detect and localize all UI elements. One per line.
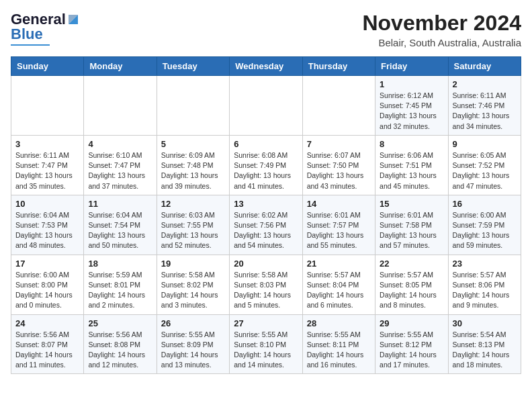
day-info: Sunrise: 6:04 AM Sunset: 7:53 PM Dayligh… bbox=[15, 210, 79, 251]
day-info: Sunrise: 5:55 AM Sunset: 8:12 PM Dayligh… bbox=[380, 330, 443, 371]
calendar-empty-cell bbox=[302, 76, 375, 136]
day-number: 12 bbox=[161, 199, 225, 209]
calendar-day-14: 14Sunrise: 6:01 AM Sunset: 7:57 PM Dayli… bbox=[302, 195, 375, 255]
day-number: 23 bbox=[453, 259, 517, 269]
calendar-table: SundayMondayTuesdayWednesdayThursdayFrid… bbox=[11, 56, 521, 374]
day-number: 29 bbox=[380, 318, 443, 328]
day-number: 19 bbox=[161, 259, 225, 269]
calendar-empty-cell bbox=[230, 76, 302, 136]
calendar-day-8: 8Sunrise: 6:06 AM Sunset: 7:51 PM Daylig… bbox=[375, 135, 448, 195]
calendar-day-13: 13Sunrise: 6:02 AM Sunset: 7:56 PM Dayli… bbox=[230, 195, 302, 255]
calendar-day-26: 26Sunrise: 5:55 AM Sunset: 8:09 PM Dayli… bbox=[157, 314, 229, 374]
calendar-day-11: 11Sunrise: 6:04 AM Sunset: 7:54 PM Dayli… bbox=[84, 195, 157, 255]
day-info: Sunrise: 6:04 AM Sunset: 7:54 PM Dayligh… bbox=[88, 210, 152, 251]
day-number: 13 bbox=[234, 199, 298, 209]
calendar-day-21: 21Sunrise: 5:57 AM Sunset: 8:04 PM Dayli… bbox=[302, 255, 375, 314]
day-number: 14 bbox=[307, 199, 371, 209]
day-info: Sunrise: 6:02 AM Sunset: 7:56 PM Dayligh… bbox=[234, 210, 298, 251]
day-number: 17 bbox=[15, 259, 79, 269]
day-number: 10 bbox=[15, 199, 79, 209]
day-number: 5 bbox=[161, 139, 225, 149]
page-title: November 2024 bbox=[362, 11, 521, 36]
calendar-day-27: 27Sunrise: 5:55 AM Sunset: 8:10 PM Dayli… bbox=[230, 314, 302, 374]
calendar-day-18: 18Sunrise: 5:59 AM Sunset: 8:01 PM Dayli… bbox=[84, 255, 157, 314]
calendar-day-5: 5Sunrise: 6:09 AM Sunset: 7:48 PM Daylig… bbox=[157, 135, 229, 195]
day-number: 8 bbox=[380, 139, 443, 149]
calendar-day-23: 23Sunrise: 5:57 AM Sunset: 8:06 PM Dayli… bbox=[448, 255, 521, 314]
day-info: Sunrise: 6:03 AM Sunset: 7:55 PM Dayligh… bbox=[161, 210, 225, 251]
day-number: 21 bbox=[307, 259, 371, 269]
day-info: Sunrise: 6:01 AM Sunset: 7:58 PM Dayligh… bbox=[380, 210, 443, 251]
day-info: Sunrise: 5:55 AM Sunset: 8:11 PM Dayligh… bbox=[307, 330, 371, 371]
calendar-day-22: 22Sunrise: 5:57 AM Sunset: 8:05 PM Dayli… bbox=[375, 255, 448, 314]
logo: General Blue bbox=[11, 11, 81, 46]
calendar-header-row: SundayMondayTuesdayWednesdayThursdayFrid… bbox=[11, 57, 521, 76]
calendar-day-2: 2Sunrise: 6:11 AM Sunset: 7:46 PM Daylig… bbox=[448, 76, 521, 136]
calendar-empty-cell bbox=[84, 76, 157, 136]
calendar-day-30: 30Sunrise: 5:54 AM Sunset: 8:13 PM Dayli… bbox=[448, 314, 521, 374]
calendar-week-4: 17Sunrise: 6:00 AM Sunset: 8:00 PM Dayli… bbox=[11, 255, 521, 314]
day-number: 28 bbox=[307, 318, 371, 328]
day-number: 4 bbox=[88, 139, 152, 149]
day-info: Sunrise: 6:08 AM Sunset: 7:49 PM Dayligh… bbox=[234, 150, 298, 191]
day-info: Sunrise: 6:05 AM Sunset: 7:52 PM Dayligh… bbox=[453, 150, 517, 191]
calendar-day-4: 4Sunrise: 6:10 AM Sunset: 7:47 PM Daylig… bbox=[84, 135, 157, 195]
calendar-day-1: 1Sunrise: 6:12 AM Sunset: 7:45 PM Daylig… bbox=[375, 76, 448, 136]
day-info: Sunrise: 6:11 AM Sunset: 7:47 PM Dayligh… bbox=[15, 150, 79, 191]
weekday-header-friday: Friday bbox=[375, 57, 448, 76]
day-number: 2 bbox=[453, 79, 517, 89]
weekday-header-sunday: Sunday bbox=[11, 57, 84, 76]
weekday-header-saturday: Saturday bbox=[448, 57, 521, 76]
day-info: Sunrise: 6:07 AM Sunset: 7:50 PM Dayligh… bbox=[307, 150, 371, 191]
weekday-header-thursday: Thursday bbox=[302, 57, 375, 76]
day-info: Sunrise: 5:57 AM Sunset: 8:06 PM Dayligh… bbox=[453, 270, 517, 311]
day-number: 27 bbox=[234, 318, 298, 328]
day-info: Sunrise: 6:06 AM Sunset: 7:51 PM Dayligh… bbox=[380, 150, 443, 191]
calendar-day-16: 16Sunrise: 6:00 AM Sunset: 7:59 PM Dayli… bbox=[448, 195, 521, 255]
calendar-day-9: 9Sunrise: 6:05 AM Sunset: 7:52 PM Daylig… bbox=[448, 135, 521, 195]
weekday-header-monday: Monday bbox=[84, 57, 157, 76]
logo-arrow-icon bbox=[66, 12, 81, 27]
day-number: 1 bbox=[380, 79, 443, 89]
day-number: 30 bbox=[453, 318, 517, 328]
day-number: 6 bbox=[234, 139, 298, 149]
weekday-header-tuesday: Tuesday bbox=[157, 57, 229, 76]
day-info: Sunrise: 6:10 AM Sunset: 7:47 PM Dayligh… bbox=[88, 150, 152, 191]
page-subtitle: Belair, South Australia, Australia bbox=[362, 37, 521, 48]
calendar-day-19: 19Sunrise: 5:58 AM Sunset: 8:02 PM Dayli… bbox=[157, 255, 229, 314]
day-info: Sunrise: 6:00 AM Sunset: 7:59 PM Dayligh… bbox=[453, 210, 517, 251]
calendar-day-28: 28Sunrise: 5:55 AM Sunset: 8:11 PM Dayli… bbox=[302, 314, 375, 374]
day-info: Sunrise: 5:55 AM Sunset: 8:10 PM Dayligh… bbox=[234, 330, 298, 371]
day-number: 26 bbox=[161, 318, 225, 328]
calendar-day-20: 20Sunrise: 5:58 AM Sunset: 8:03 PM Dayli… bbox=[230, 255, 302, 314]
calendar-day-7: 7Sunrise: 6:07 AM Sunset: 7:50 PM Daylig… bbox=[302, 135, 375, 195]
weekday-header-wednesday: Wednesday bbox=[230, 57, 302, 76]
day-info: Sunrise: 5:59 AM Sunset: 8:01 PM Dayligh… bbox=[88, 270, 152, 311]
calendar-day-3: 3Sunrise: 6:11 AM Sunset: 7:47 PM Daylig… bbox=[11, 135, 84, 195]
day-info: Sunrise: 6:12 AM Sunset: 7:45 PM Dayligh… bbox=[380, 91, 443, 132]
calendar-week-1: 1Sunrise: 6:12 AM Sunset: 7:45 PM Daylig… bbox=[11, 76, 521, 136]
day-number: 24 bbox=[15, 318, 79, 328]
day-number: 18 bbox=[88, 259, 152, 269]
page-header: General Blue November 2024 Belair, South… bbox=[11, 11, 521, 48]
day-number: 3 bbox=[15, 139, 79, 149]
calendar-day-29: 29Sunrise: 5:55 AM Sunset: 8:12 PM Dayli… bbox=[375, 314, 448, 374]
calendar-week-3: 10Sunrise: 6:04 AM Sunset: 7:53 PM Dayli… bbox=[11, 195, 521, 255]
title-block: November 2024 Belair, South Australia, A… bbox=[362, 11, 521, 48]
calendar-day-17: 17Sunrise: 6:00 AM Sunset: 8:00 PM Dayli… bbox=[11, 255, 84, 314]
day-info: Sunrise: 6:00 AM Sunset: 8:00 PM Dayligh… bbox=[15, 270, 79, 311]
day-number: 7 bbox=[307, 139, 371, 149]
day-info: Sunrise: 6:01 AM Sunset: 7:57 PM Dayligh… bbox=[307, 210, 371, 251]
calendar-empty-cell bbox=[157, 76, 229, 136]
day-info: Sunrise: 5:56 AM Sunset: 8:08 PM Dayligh… bbox=[88, 330, 152, 371]
calendar-day-6: 6Sunrise: 6:08 AM Sunset: 7:49 PM Daylig… bbox=[230, 135, 302, 195]
day-number: 20 bbox=[234, 259, 298, 269]
day-number: 9 bbox=[453, 139, 517, 149]
logo-blue: Blue bbox=[11, 26, 43, 43]
day-info: Sunrise: 5:57 AM Sunset: 8:05 PM Dayligh… bbox=[380, 270, 443, 311]
day-info: Sunrise: 6:11 AM Sunset: 7:46 PM Dayligh… bbox=[453, 91, 517, 132]
day-number: 11 bbox=[88, 199, 152, 209]
day-info: Sunrise: 5:55 AM Sunset: 8:09 PM Dayligh… bbox=[161, 330, 225, 371]
day-info: Sunrise: 6:09 AM Sunset: 7:48 PM Dayligh… bbox=[161, 150, 225, 191]
day-info: Sunrise: 5:57 AM Sunset: 8:04 PM Dayligh… bbox=[307, 270, 371, 311]
